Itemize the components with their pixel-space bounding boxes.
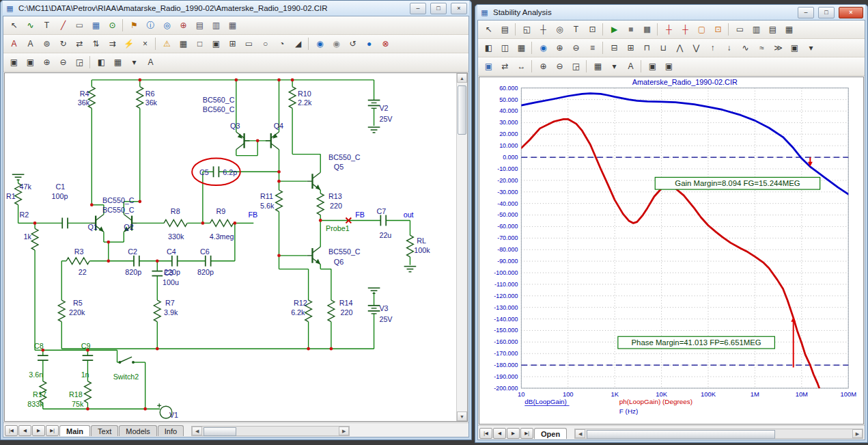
arc-shape-button[interactable]: ◔ — [273, 36, 289, 51]
point-tag-button[interactable]: ◎ — [551, 22, 567, 37]
warning-button[interactable]: ⚠ — [158, 36, 174, 51]
analysis-plot[interactable]: 60.00050.00040.00030.00020.00010.0000.00… — [479, 77, 863, 424]
scroll-up-icon[interactable]: ▲ — [457, 73, 467, 83]
vertical-axis-button[interactable]: ⊞ — [622, 40, 638, 55]
tile-plots-button[interactable]: ▦ — [781, 22, 796, 37]
new-page-button[interactable]: □ — [191, 36, 207, 51]
node-numbers-button[interactable]: ⊚ — [38, 36, 54, 51]
resistor-symbol[interactable] — [289, 87, 296, 109]
horizontal-scrollbar[interactable]: ◀ ▶ — [191, 426, 350, 436]
horizontal-axis-button[interactable]: ⊟ — [606, 40, 621, 55]
tab-nav-prev[interactable]: ◀ — [18, 425, 31, 436]
rectangle-mode-button[interactable]: ▭ — [71, 18, 87, 33]
repeat-last-button[interactable]: ↺ — [344, 36, 360, 51]
left-cursor-button[interactable]: ┼ — [660, 22, 676, 37]
zoom-rectangle-button[interactable]: ◱ — [518, 22, 534, 37]
model-editor-button[interactable]: ▤ — [191, 18, 207, 33]
right-cursor-button[interactable]: ┼ — [677, 22, 692, 37]
zoom-in-button[interactable]: ⊕ — [38, 55, 54, 70]
accumulate-plots-button[interactable]: ⊡ — [710, 22, 725, 37]
grid-dropdown-button[interactable]: ▾ — [126, 55, 141, 70]
vertical-scrollbar[interactable]: ▲ ▼ — [456, 73, 467, 421]
exchange-scales-button[interactable]: ⇄ — [496, 59, 512, 74]
resistor-symbol[interactable] — [154, 300, 160, 322]
rotate-button[interactable]: ↻ — [55, 36, 70, 51]
scroll-right-icon[interactable]: ▶ — [852, 429, 863, 438]
go-top-button[interactable]: ⊓ — [639, 40, 654, 55]
split-stack-button[interactable]: ◫ — [496, 40, 512, 55]
tab-nav-last[interactable]: ▶| — [520, 428, 533, 439]
global-low-button[interactable]: ↓ — [720, 40, 736, 55]
copy-special-button[interactable]: ▣ — [660, 59, 676, 74]
run-button[interactable]: ▶ — [606, 22, 621, 37]
global-high-button[interactable]: ↑ — [704, 40, 720, 55]
close-button[interactable]: × — [839, 7, 863, 18]
cut-button[interactable]: × — [137, 36, 152, 51]
go-to-branch-button[interactable]: ≫ — [770, 40, 785, 55]
horizontal-scrollbar[interactable]: ◀ ▶ — [574, 429, 863, 439]
resistor-symbol[interactable] — [66, 258, 89, 265]
tab-text[interactable]: Text — [91, 425, 118, 436]
group-delay-button[interactable]: ≈ — [753, 40, 769, 55]
text-mode-button[interactable]: T — [38, 18, 54, 33]
zoom-area-button[interactable]: ◲ — [568, 59, 583, 74]
analysis-window-titlebar[interactable]: ▦ Stability Analysis – □ × — [477, 5, 865, 20]
minimize-button[interactable]: – — [410, 3, 426, 14]
grid-text-button[interactable]: A — [22, 36, 38, 51]
resistor-symbol[interactable] — [137, 87, 143, 109]
picture-mode-button[interactable]: ▦ — [87, 18, 103, 33]
close-button[interactable]: × — [451, 3, 467, 14]
step-box-button[interactable]: ⇉ — [104, 36, 120, 51]
vertical-scroll-track[interactable] — [457, 83, 467, 412]
box-shape-button[interactable]: ▭ — [240, 36, 256, 51]
help-mode-button[interactable]: ◎ — [158, 18, 174, 33]
cursor-mode-button[interactable]: ┼ — [535, 22, 550, 37]
resistor-symbol[interactable] — [85, 381, 92, 403]
tab-nav-prev[interactable]: ◀ — [493, 428, 506, 439]
clip-mode-button[interactable]: ▢ — [693, 22, 709, 37]
scrollbar-thumb[interactable] — [204, 427, 236, 436]
horizontal-scroll-track[interactable] — [202, 427, 339, 435]
tab-main[interactable]: Main — [59, 425, 90, 436]
more-options-button[interactable]: ▾ — [802, 40, 818, 55]
legend-gain[interactable]: dB(LoopGain) — [524, 399, 567, 406]
go-bottom-button[interactable]: ⊔ — [655, 40, 671, 55]
fuse-button[interactable]: ⚡ — [120, 36, 136, 51]
grid-dropdown-button[interactable]: ▾ — [606, 59, 621, 74]
report-view-button[interactable]: ▥ — [208, 18, 223, 33]
tab-nav-first[interactable]: |◀ — [5, 425, 18, 436]
close-file-button[interactable]: ⊗ — [377, 36, 393, 51]
scroll-left-icon[interactable]: ◀ — [575, 429, 585, 438]
help-topics-button[interactable]: ● — [361, 36, 376, 51]
graph-properties-button[interactable]: ▤ — [496, 22, 512, 37]
select-mode-button[interactable]: ↖ — [5, 18, 21, 33]
scroll-left-icon[interactable]: ◀ — [192, 427, 202, 435]
plot-layout-button[interactable]: ▥ — [748, 22, 764, 37]
valley-button[interactable]: ⋁ — [688, 40, 703, 55]
format-button[interactable]: ▣ — [480, 59, 496, 74]
resistor-symbol[interactable] — [328, 300, 335, 322]
stop-button[interactable]: ■ — [622, 22, 638, 37]
circle-shape-button[interactable]: ○ — [257, 36, 272, 51]
scrollbar-thumb[interactable] — [458, 85, 466, 135]
info-mode-button[interactable]: ⓘ — [142, 18, 158, 33]
zoom-out-button[interactable]: ⊖ — [568, 40, 583, 55]
tab-nav-first[interactable]: |◀ — [479, 428, 492, 439]
component-link-button[interactable]: ⊕ — [175, 18, 191, 33]
horizontal-scroll-track[interactable] — [585, 429, 852, 438]
maximize-button[interactable]: □ — [818, 7, 835, 18]
zoom-in-button[interactable]: ⊕ — [551, 40, 567, 55]
diagonal-shape-button[interactable]: ◢ — [290, 36, 305, 51]
scroll-right-icon[interactable]: ▶ — [339, 427, 349, 435]
tab-open[interactable]: Open — [534, 428, 567, 439]
scrollbar-thumb[interactable] — [587, 430, 775, 439]
tab-models[interactable]: Models — [119, 425, 156, 436]
resistor-symbol[interactable] — [317, 193, 324, 215]
wire-mode-button[interactable]: ∿ — [22, 18, 38, 33]
camera-button[interactable]: ◧ — [93, 55, 109, 70]
zoom-out-button[interactable]: ⊖ — [55, 55, 70, 70]
tab-nav-next[interactable]: ▶ — [507, 428, 520, 439]
page-properties-button[interactable]: ▣ — [208, 36, 223, 51]
copy-to-clipboard-button[interactable]: ▣ — [5, 55, 21, 70]
resistor-symbol[interactable] — [58, 300, 65, 322]
